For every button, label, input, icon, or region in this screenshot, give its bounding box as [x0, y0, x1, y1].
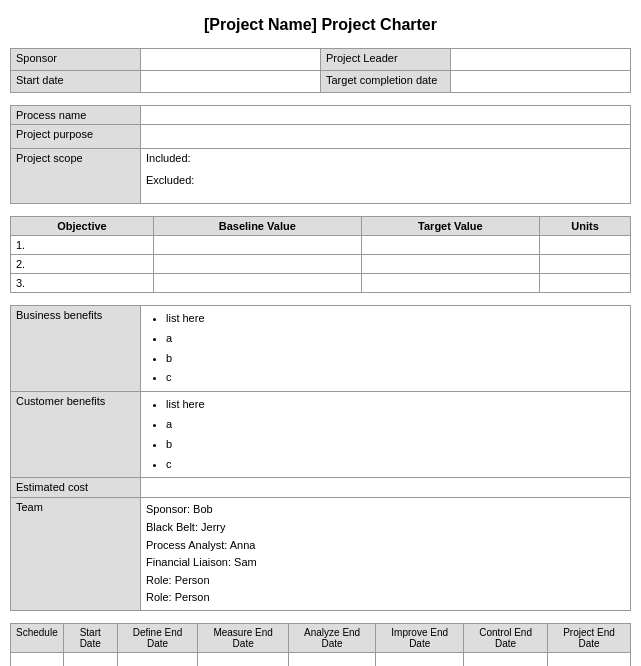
obj-col4: Units — [540, 217, 631, 236]
sched-col-improve: Improve End Date — [376, 623, 464, 652]
sched-col-schedule: Schedule — [11, 623, 64, 652]
sponsor-value[interactable] — [141, 49, 321, 71]
start-date-value[interactable] — [141, 71, 321, 93]
team-member: Black Belt: Jerry — [146, 519, 625, 537]
team-member: Process Analyst: Anna — [146, 537, 625, 555]
customer-benefits-list: list here a b c — [146, 395, 625, 474]
team-member: Sponsor: Bob — [146, 501, 625, 519]
sched-row1-define[interactable] — [117, 652, 198, 666]
sched-row1-improve[interactable] — [376, 652, 464, 666]
obj-row1-num[interactable]: 1. — [11, 236, 154, 255]
team-member: Role: Person — [146, 589, 625, 607]
obj-row1-baseline[interactable] — [153, 236, 361, 255]
list-item: c — [166, 368, 625, 388]
sched-row1-start[interactable] — [63, 652, 117, 666]
table-row: 3. — [11, 274, 631, 293]
sched-row1-schedule[interactable] — [11, 652, 64, 666]
start-date-label: Start date — [11, 71, 141, 93]
team-value[interactable]: Sponsor: Bob Black Belt: Jerry Process A… — [141, 498, 631, 611]
estimated-cost-label: Estimated cost — [11, 478, 141, 498]
project-leader-label: Project Leader — [321, 49, 451, 71]
table-row — [11, 652, 631, 666]
sched-row1-control[interactable] — [464, 652, 548, 666]
obj-row1-units[interactable] — [540, 236, 631, 255]
obj-row1-target[interactable] — [361, 236, 539, 255]
table-row: 1. — [11, 236, 631, 255]
sched-col-start: Start Date — [63, 623, 117, 652]
target-completion-label: Target completion date — [321, 71, 451, 93]
target-completion-value[interactable] — [451, 71, 631, 93]
obj-col3: Target Value — [361, 217, 539, 236]
obj-row3-baseline[interactable] — [153, 274, 361, 293]
obj-col1: Objective — [11, 217, 154, 236]
customer-benefits-label: Customer benefits — [11, 392, 141, 478]
obj-row2-num[interactable]: 2. — [11, 255, 154, 274]
process-name-value[interactable] — [141, 106, 631, 125]
sponsor-label: Sponsor — [11, 49, 141, 71]
list-item: a — [166, 415, 625, 435]
obj-row2-target[interactable] — [361, 255, 539, 274]
sched-col-control: Control End Date — [464, 623, 548, 652]
obj-row2-units[interactable] — [540, 255, 631, 274]
list-item: list here — [166, 395, 625, 415]
list-item: b — [166, 349, 625, 369]
project-leader-value[interactable] — [451, 49, 631, 71]
sched-row1-analyze[interactable] — [288, 652, 375, 666]
list-item: list here — [166, 309, 625, 329]
sched-col-measure: Measure End Date — [198, 623, 289, 652]
info-section: Sponsor Project Leader Start date Target… — [10, 48, 631, 93]
sched-row1-project[interactable] — [548, 652, 631, 666]
project-purpose-label: Project purpose — [11, 125, 141, 149]
obj-row3-num[interactable]: 3. — [11, 274, 154, 293]
project-purpose-value[interactable] — [141, 125, 631, 149]
scope-excluded: Excluded: — [146, 174, 625, 186]
benefits-section: Business benefits list here a b c Custom… — [10, 305, 631, 611]
schedule-section: Schedule Start Date Define End Date Meas… — [10, 623, 631, 666]
team-member: Role: Person — [146, 572, 625, 590]
list-item: c — [166, 455, 625, 475]
obj-row3-target[interactable] — [361, 274, 539, 293]
sched-col-analyze: Analyze End Date — [288, 623, 375, 652]
business-benefits-value[interactable]: list here a b c — [141, 306, 631, 392]
list-item: a — [166, 329, 625, 349]
obj-row3-units[interactable] — [540, 274, 631, 293]
process-name-label: Process name — [11, 106, 141, 125]
business-benefits-list: list here a b c — [146, 309, 625, 388]
customer-benefits-value[interactable]: list here a b c — [141, 392, 631, 478]
obj-row2-baseline[interactable] — [153, 255, 361, 274]
business-benefits-label: Business benefits — [11, 306, 141, 392]
list-item: b — [166, 435, 625, 455]
page-title: [Project Name] Project Charter — [10, 16, 631, 34]
process-section: Process name Project purpose Project sco… — [10, 105, 631, 204]
objectives-section: Objective Baseline Value Target Value Un… — [10, 216, 631, 293]
table-row: 2. — [11, 255, 631, 274]
scope-included: Included: — [146, 152, 625, 164]
team-label: Team — [11, 498, 141, 611]
sched-col-define: Define End Date — [117, 623, 198, 652]
obj-col2: Baseline Value — [153, 217, 361, 236]
sched-col-project: Project End Date — [548, 623, 631, 652]
project-scope-label: Project scope — [11, 149, 141, 204]
estimated-cost-value[interactable] — [141, 478, 631, 498]
team-member: Financial Liaison: Sam — [146, 554, 625, 572]
sched-row1-measure[interactable] — [198, 652, 289, 666]
project-scope-value[interactable]: Included: Excluded: — [141, 149, 631, 204]
